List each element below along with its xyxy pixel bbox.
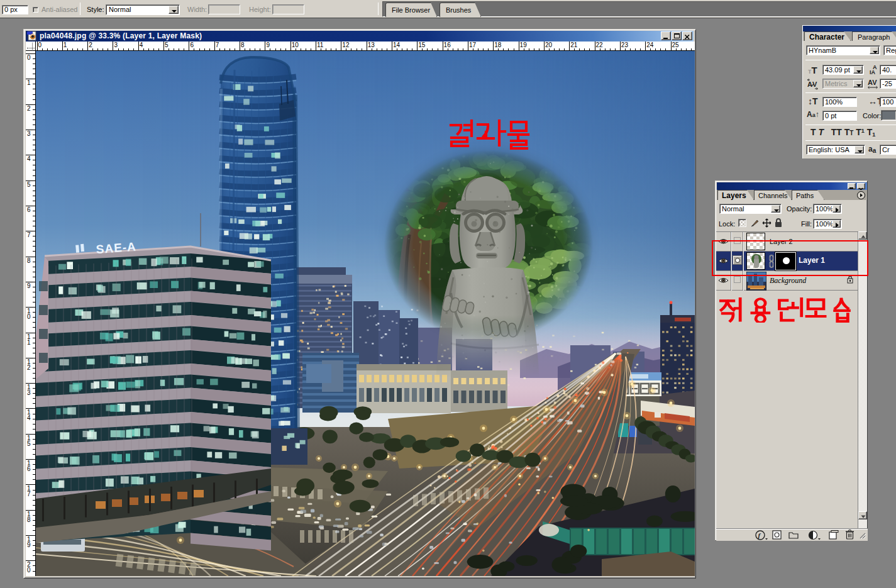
svg-text:AV: AV (868, 79, 877, 86)
svg-text:f: f (758, 531, 761, 539)
svg-text:IA: IA (870, 69, 876, 75)
svg-text:A̷V: A̷V (807, 80, 817, 88)
